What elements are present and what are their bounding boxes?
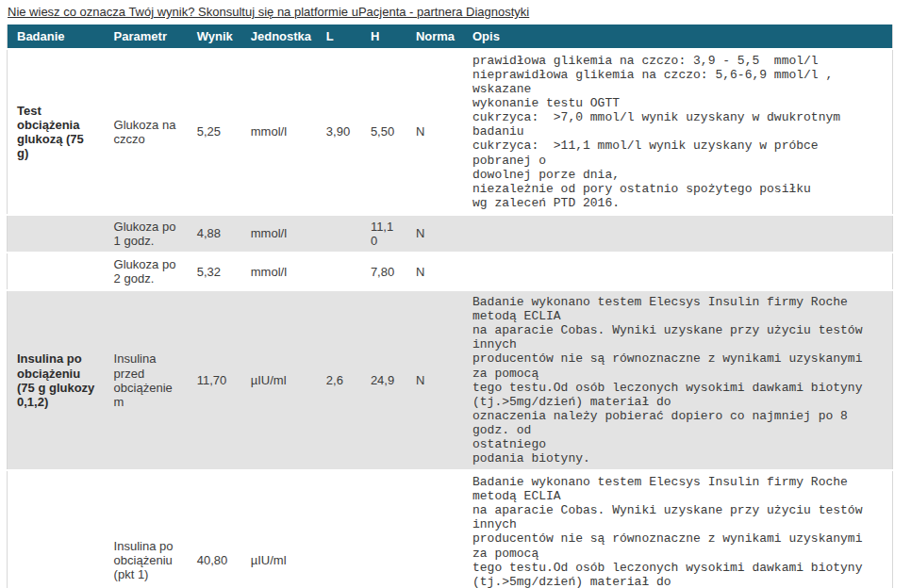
table-row: Glukoza po 2 godz. 5,32 mmol/l 7,80 N: [8, 253, 893, 290]
column-header-badanie: Badanie: [8, 24, 105, 49]
cell-h: 7,80: [361, 253, 406, 290]
cell-l: [317, 470, 361, 588]
cell-badanie: [8, 470, 105, 588]
column-header-opis: Opis: [463, 24, 893, 49]
cell-l: 3,90: [317, 49, 361, 215]
cell-wynik: 5,25: [188, 49, 241, 215]
column-header-jednostka: Jednostka: [241, 24, 317, 49]
cell-parametr: Glukoza po 2 godz.: [105, 253, 188, 290]
cell-opis: [463, 215, 893, 253]
cell-jednostka: µIU/ml: [241, 290, 317, 470]
cell-h: 24,9: [361, 290, 406, 470]
cell-norma: [406, 470, 463, 588]
cell-badanie: [8, 253, 105, 290]
cell-jednostka: mmol/l: [241, 215, 317, 253]
cell-badanie: [8, 215, 105, 253]
cell-l: 2,6: [317, 290, 361, 470]
cell-jednostka: mmol/l: [241, 49, 317, 215]
cell-norma: N: [406, 215, 463, 253]
top-link-container: Nie wiesz co oznacza Twój wynik? Skonsul…: [0, 0, 911, 24]
cell-parametr: Glukoza na czczo: [105, 49, 188, 215]
cell-wynik: 5,32: [188, 253, 241, 290]
column-header-h: H: [361, 24, 406, 49]
cell-h: [361, 470, 406, 588]
cell-jednostka: mmol/l: [241, 253, 317, 290]
cell-opis: Badanie wykonano testem Elecsys Insulin …: [463, 290, 893, 470]
table-row: Insulina po obciążeniu (pkt 1) 40,80 µIU…: [8, 470, 893, 588]
table-row: Insulina po obciążeniu (75 g glukozy 0,1…: [8, 290, 893, 470]
cell-parametr: Insulina przed obciążeniem: [105, 290, 188, 470]
cell-wynik: 4,88: [188, 215, 241, 253]
cell-norma: N: [406, 290, 463, 470]
cell-jednostka: µIU/ml: [241, 470, 317, 588]
cell-wynik: 40,80: [188, 470, 241, 588]
column-header-wynik: Wynik: [188, 24, 241, 49]
cell-h: 11,10: [361, 215, 406, 253]
lab-results-page: Nie wiesz co oznacza Twój wynik? Skonsul…: [0, 0, 911, 588]
cell-wynik: 11,70: [188, 290, 241, 470]
cell-opis: prawidłowa glikemia na czczo: 3,9 - 5,5 …: [463, 49, 893, 215]
upacjenta-consult-link[interactable]: Nie wiesz co oznacza Twój wynik? Skonsul…: [8, 5, 529, 19]
cell-l: [317, 253, 361, 290]
cell-norma: N: [406, 49, 463, 215]
column-header-parametr: Parametr: [105, 24, 188, 49]
cell-opis: [463, 253, 893, 290]
cell-badanie: Insulina po obciążeniu (75 g glukozy 0,1…: [8, 290, 105, 470]
cell-h: 5,50: [361, 49, 406, 215]
cell-opis: Badanie wykonano testem Elecsys Insulin …: [463, 470, 893, 588]
table-row: Glukoza po 1 godz. 4,88 mmol/l 11,10 N: [8, 215, 893, 253]
cell-l: [317, 215, 361, 253]
table-header-row: Badanie Parametr Wynik Jednostka L H Nor…: [8, 24, 893, 49]
cell-norma: N: [406, 253, 463, 290]
column-header-l: L: [317, 24, 361, 49]
column-header-norma: Norma: [406, 24, 463, 49]
cell-parametr: Glukoza po 1 godz.: [105, 215, 188, 253]
cell-badanie: Test obciążenia glukozą (75 g): [8, 49, 105, 215]
cell-parametr: Insulina po obciążeniu (pkt 1): [105, 470, 188, 588]
table-row: Test obciążenia glukozą (75 g) Glukoza n…: [8, 49, 893, 215]
results-table: Badanie Parametr Wynik Jednostka L H Nor…: [7, 24, 893, 588]
